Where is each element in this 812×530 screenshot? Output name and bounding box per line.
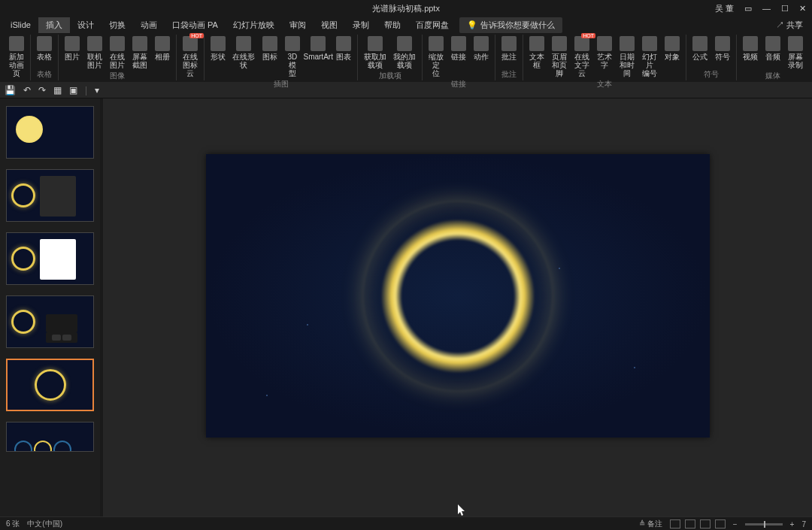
ribbon-btn-5-1[interactable]: 我的加载项	[391, 35, 419, 71]
menu-pocketanim[interactable]: 口袋动画 PA	[165, 17, 226, 33]
ribbon-btn-8-4[interactable]: 日期和时间	[617, 35, 638, 79]
ribbon-btn-4-1[interactable]: 在线形状	[230, 35, 258, 71]
ribbon-btn-10-0[interactable]: 视频	[740, 35, 761, 62]
reading-view-icon[interactable]	[700, 519, 710, 528]
slide-thumb-1[interactable]	[6, 106, 94, 159]
maximize-icon[interactable]: ☐	[781, 4, 789, 14]
menu-review[interactable]: 审阅	[282, 17, 314, 33]
menu-transitions[interactable]: 切换	[102, 17, 133, 33]
ribbon-label: 图表	[336, 53, 351, 61]
ribbon-label: 对象	[665, 53, 680, 61]
ribbon-label: 幻灯片 编号	[641, 53, 658, 77]
ribbon-btn-2-4[interactable]: 相册	[152, 35, 173, 62]
undo-icon[interactable]: ↶	[23, 85, 31, 95]
sorter-view-icon[interactable]	[685, 519, 695, 528]
slide-thumb-6[interactable]	[6, 422, 94, 452]
ribbon-btn-7-0[interactable]: 批注	[498, 35, 520, 62]
ribbon-btn-6-0[interactable]: 缩放定 位	[426, 35, 447, 79]
menu-record[interactable]: 录制	[345, 17, 377, 33]
ribbon-btn-2-2[interactable]: 在线图片	[107, 35, 128, 71]
minimize-icon[interactable]: —	[762, 4, 771, 13]
ribbon-icon	[474, 36, 489, 51]
ribbon-icon	[620, 36, 635, 51]
start-from-beginning-icon[interactable]: ▣	[69, 85, 77, 95]
ribbon-label: 日期和时间	[619, 53, 635, 77]
ribbon-btn-8-1[interactable]: 页眉和页脚	[549, 35, 570, 79]
menu-view[interactable]: 视图	[314, 17, 345, 33]
ribbon-label: 公式	[692, 53, 707, 61]
menu-animations[interactable]: 动画	[133, 17, 165, 33]
ribbon-btn-4-3[interactable]: 3D 模 型	[282, 35, 303, 79]
ribbon-btn-8-2[interactable]: 在线 文字云	[571, 35, 592, 79]
ribbon-btn-6-2[interactable]: 动作	[471, 35, 492, 62]
ribbon-btn-2-0[interactable]: 图片	[62, 35, 83, 62]
qat-more-icon[interactable]: ▾	[95, 85, 99, 95]
glowing-ring-shape[interactable]	[364, 202, 552, 390]
ribbon-btn-4-5[interactable]: 图表	[333, 35, 354, 62]
zoom-in-icon[interactable]: +	[790, 520, 795, 528]
ribbon-btn-8-6[interactable]: 对象	[662, 35, 683, 62]
ribbon-icon	[765, 36, 780, 51]
ribbon-btn-1-0[interactable]: 表格	[34, 35, 55, 62]
ribbon-icon	[183, 36, 198, 51]
ribbon-label: 表格	[37, 53, 52, 61]
user-name[interactable]: 吴 董	[715, 3, 734, 14]
ribbon-btn-6-1[interactable]: 链接	[448, 35, 469, 62]
ribbon-icon	[552, 36, 567, 51]
slide-thumb-2[interactable]	[6, 169, 94, 222]
lightbulb-icon: 💡	[467, 20, 477, 30]
menu-design[interactable]: 设计	[70, 17, 102, 33]
ribbon-btn-5-0[interactable]: 获取加载项	[361, 35, 389, 71]
quick-access-toolbar: 💾 ↶ ↷ ▦ ▣ | ▾	[0, 82, 812, 98]
ribbon-btn-8-5[interactable]: 幻灯片 编号	[639, 35, 660, 79]
ribbon-btn-10-1[interactable]: 音频	[762, 35, 783, 62]
menu-help[interactable]: 帮助	[377, 17, 408, 33]
save-icon[interactable]: 💾	[5, 85, 16, 95]
ribbon-btn-2-3[interactable]: 屏幕截图	[129, 35, 150, 71]
ribbon-btn-0-0[interactable]: 新加 动画页	[6, 35, 27, 79]
ribbon-btn-9-1[interactable]: 符号	[712, 35, 733, 62]
tell-me-search[interactable]: 💡 告诉我你想要做什么	[459, 17, 562, 33]
slide-thumb-5[interactable]	[6, 359, 94, 411]
ribbon-options-icon[interactable]: ▭	[744, 4, 752, 14]
ribbon-icon	[87, 36, 102, 51]
title-bar: 光谱脉动初稿.pptx 吴 董 ▭ — ☐ ✕	[0, 0, 812, 17]
ribbon-btn-10-2[interactable]: 屏幕 录制	[785, 35, 806, 71]
ribbon-btn-9-0[interactable]: 公式	[689, 35, 710, 62]
ribbon-btn-4-2[interactable]: 图标	[259, 35, 280, 62]
ribbon-btn-4-4[interactable]: SmartArt	[304, 35, 332, 62]
slide-count[interactable]: 6 张	[6, 519, 20, 529]
menu-slideshow[interactable]: 幻灯片放映	[226, 17, 282, 33]
ribbon-btn-8-3[interactable]: 艺术字	[594, 35, 615, 71]
ribbon-icon	[597, 36, 612, 51]
redo-icon[interactable]: ↷	[38, 85, 46, 95]
close-icon[interactable]: ✕	[799, 4, 806, 14]
menu-baidu[interactable]: 百度网盘	[408, 17, 456, 33]
ribbon-btn-2-1[interactable]: 联机图片	[84, 35, 105, 71]
share-button[interactable]: ↗ 共享	[776, 20, 809, 31]
ribbon-icon	[529, 36, 544, 51]
slide-thumb-4[interactable]	[6, 295, 94, 348]
language-status[interactable]: 中文(中国)	[27, 519, 62, 529]
ribbon-icon	[110, 36, 125, 51]
menu-insert[interactable]: 插入	[38, 17, 70, 33]
ribbon: 新加 动画页表格表格图片联机图片在线图片屏幕截图相册图像在线 图标云形状在线形状…	[0, 33, 812, 82]
normal-view-icon[interactable]	[670, 519, 680, 528]
ribbon-icon	[132, 36, 147, 51]
ribbon-btn-3-0[interactable]: 在线 图标云	[180, 35, 201, 79]
notes-button[interactable]: ≜ 备注	[639, 519, 662, 529]
ribbon-btn-8-0[interactable]: 文本框	[526, 35, 547, 71]
qat-icon-1[interactable]: ▦	[53, 85, 62, 95]
ribbon-icon	[236, 36, 251, 51]
ribbon-btn-4-0[interactable]: 形状	[208, 35, 229, 62]
slide-thumb-3[interactable]	[6, 232, 94, 285]
ribbon-group-label: 文本	[597, 79, 612, 90]
zoom-slider[interactable]	[745, 523, 783, 525]
zoom-out-icon[interactable]: −	[733, 520, 738, 528]
slide-canvas[interactable]	[206, 154, 710, 438]
slideshow-view-icon[interactable]	[715, 519, 726, 528]
ribbon-icon	[9, 36, 24, 51]
ribbon-group-label: 链接	[451, 79, 466, 90]
zoom-value[interactable]: 7	[801, 520, 806, 528]
menu-islide[interactable]: iSlide	[3, 18, 38, 32]
